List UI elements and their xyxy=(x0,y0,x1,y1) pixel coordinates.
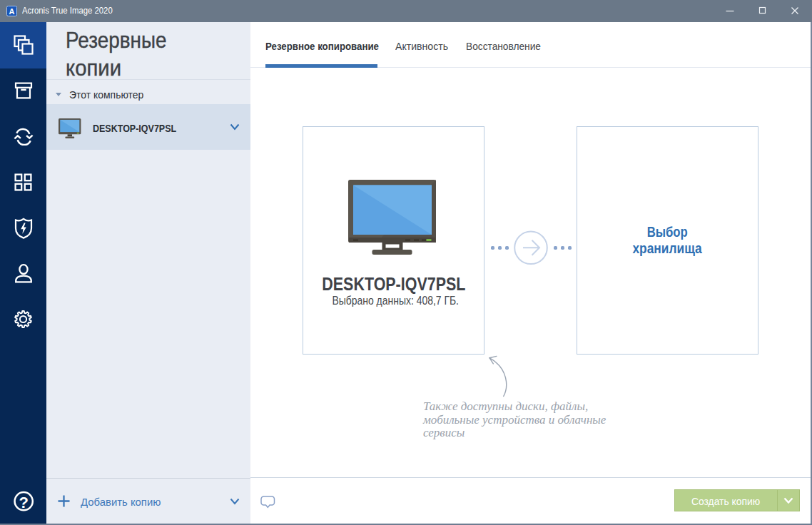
svg-text:A: A xyxy=(9,7,15,16)
svg-text:?: ? xyxy=(19,494,28,511)
